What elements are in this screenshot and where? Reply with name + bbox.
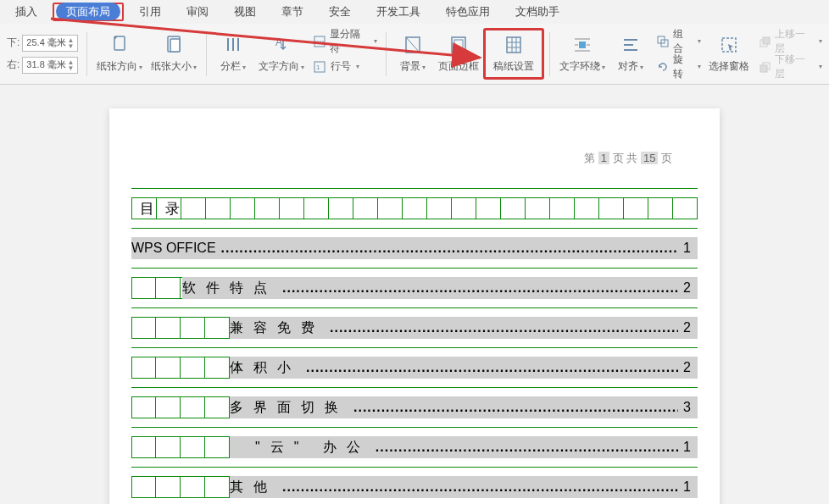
papersize-button[interactable]: 纸张大小▾ [147,30,201,77]
textdir-label: 文字方向 [259,60,299,72]
margin-bottom-value: 31.8 毫米 [26,58,65,71]
papersize-icon [163,34,185,56]
svg-rect-14 [507,37,520,53]
group-rotate-col: 组合▾ 旋转▾ [652,29,704,80]
toc-row: 体积小 ....................................… [131,347,698,388]
toc-page-num: 1 [683,479,691,495]
manuscript-button[interactable]: 稿纸设置 [483,28,544,80]
breaks-label: 显分隔符 [330,27,369,56]
tab-review[interactable]: 审阅 [176,2,219,22]
textwrap-label: 文字环绕 [559,60,600,72]
toc-title: 兼容免费 [230,319,325,337]
spinner-icon[interactable]: ▲▼ [67,37,74,49]
margin-top-label: 下: [7,36,19,50]
tab-doc-helper[interactable]: 文档助手 [505,2,570,22]
page-header-text: 第 [584,152,595,164]
manuscript-label: 稿纸设置 [493,59,534,74]
linenum-icon: 1 [312,59,327,75]
chevron-down-icon: ▾ [698,63,701,70]
toc-title: 多界面切换 [230,399,348,417]
align-icon [620,34,642,56]
layer-col: 上移一层▾ 下移一层▾ [754,29,826,80]
svg-rect-33 [760,65,767,72]
toc-dots: ........................................… [282,280,678,296]
moveup-button[interactable]: 上移一层▾ [754,32,826,51]
tabs-row: 插入 页面布局 引用 审阅 视图 章节 安全 开发工具 特色应用 文档助手 [0,0,829,24]
chevron-down-icon: ▾ [374,37,377,45]
columns-label: 分栏 [220,60,241,72]
tab-devtools[interactable]: 开发工具 [366,2,431,22]
toc-page-num: 1 [683,241,691,256]
group-button[interactable]: 组合▾ [652,32,704,51]
orientation-button[interactable]: 纸张方向▾ [92,30,147,77]
ribbon: 下: 25.4 毫米 ▲▼ 右: 31.8 毫米 ▲▼ 纸张方向▾ 纸张大小▾ [0,24,829,85]
toc-row: "云" 办公 .................................… [131,427,698,468]
chevron-down-icon: ▾ [640,64,643,71]
tab-view[interactable]: 视图 [224,2,266,22]
toc-row: 多界面切换 ..................................… [131,387,698,428]
textdir-button[interactable]: A 文字方向▾ [254,30,309,77]
page-header: 第 1 页 共 15 页 [109,151,720,166]
rotate-button[interactable]: 旋转▾ [652,58,704,76]
toc-title: 体积小 [230,359,301,377]
manuscript-row-heading: 目录 [131,188,698,229]
textwrap-icon [571,34,593,56]
textwrap-button[interactable]: 文字环绕▾ [555,30,609,77]
toc-heading: 目录 [131,197,698,219]
tab-special-app[interactable]: 特色应用 [436,2,500,22]
margin-bottom-label: 右: [7,58,19,72]
align-button[interactable]: 对齐▾ [609,30,652,77]
tab-reference[interactable]: 引用 [129,2,171,22]
tab-security[interactable]: 安全 [319,2,361,22]
tab-insert[interactable]: 插入 [5,2,47,22]
toc-page-num: 3 [683,400,691,415]
group-icon [655,34,670,49]
svg-rect-0 [114,36,125,50]
page-header-text: 页 [661,152,672,164]
margin-block: 下: 25.4 毫米 ▲▼ 右: 31.8 毫米 ▲▼ [3,31,81,77]
chevron-down-icon: ▾ [139,64,142,71]
svg-rect-2 [170,39,180,52]
total-pages-num: 15 [641,152,658,164]
toc-entry: 体积小 ....................................… [230,357,698,379]
svg-rect-13 [454,40,463,50]
chevron-down-icon: ▾ [698,37,701,45]
manuscript-area: 目录 WPS OFFICE ..........................… [131,188,698,504]
pageborder-icon [448,34,470,56]
toc-dots: ........................................… [376,440,678,455]
columns-button[interactable]: 分栏▾ [212,30,254,77]
movedown-icon [757,59,771,75]
spinner-icon[interactable]: ▲▼ [67,59,74,71]
toc-title: "云" 办公 [230,439,370,457]
toc-title: WPS OFFICE [131,241,216,256]
background-button[interactable]: 背景▾ [392,30,434,77]
margin-bottom-input[interactable]: 31.8 毫米 ▲▼ [22,57,78,74]
highlight-box-tab: 页面布局 [53,3,124,21]
pageborder-button[interactable]: 页面边框 [434,30,483,77]
toc-title: 软件特点 [182,280,277,297]
breaks-button[interactable]: 显分隔符▾ [309,32,381,51]
margin-top-value: 25.4 毫米 [26,36,65,49]
moveup-label: 上移一层 [775,27,814,56]
selectpane-button[interactable]: 选择窗格 [704,30,754,77]
movedown-button[interactable]: 下移一层▾ [754,58,826,76]
toc-row: 兼容免费 ...................................… [131,307,698,348]
svg-rect-19 [579,42,586,48]
moveup-icon [757,34,771,49]
toc-row: WPS OFFICE .............................… [131,228,698,269]
breaks-icon [312,34,326,49]
linenum-button[interactable]: 1 行号▾ [309,58,381,76]
page-wrap: 第 1 页 共 15 页 目录 [0,85,829,504]
selectpane-icon [718,34,740,56]
movedown-label: 下移一层 [775,53,814,81]
toc-entry: 其他 .....................................… [230,476,698,498]
tab-page-layout[interactable]: 页面布局 [56,3,120,20]
toc-entry: "云" 办公 .................................… [230,436,698,458]
toc-dots: ........................................… [306,360,678,375]
chevron-down-icon: ▾ [242,64,246,71]
tab-chapter[interactable]: 章节 [271,2,314,22]
manuscript-icon [503,34,525,56]
chevron-down-icon: ▾ [356,63,359,70]
toc-dots: ........................................… [330,320,678,335]
margin-top-input[interactable]: 25.4 毫米 ▲▼ [22,35,78,52]
